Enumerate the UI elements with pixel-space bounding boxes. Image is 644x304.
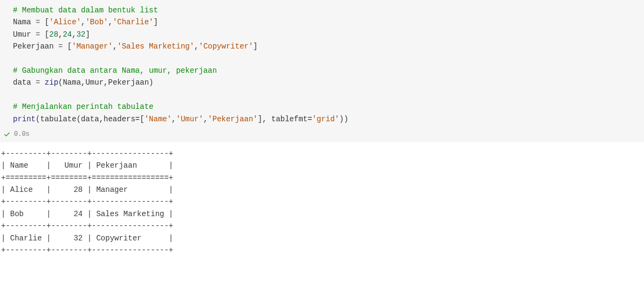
- bracket-open: [: [45, 18, 49, 26]
- output-line: | Name | Umur | Pekerjaan |: [1, 161, 173, 170]
- string-literal: 'Alice': [49, 18, 81, 26]
- comment-line: # Membuat data dalam bentuk list: [13, 6, 158, 15]
- arg: Pekerjaan: [108, 78, 149, 87]
- number-literal: 32: [77, 30, 86, 39]
- string-literal: 'Pekerjaan': [208, 115, 257, 123]
- number-literal: 28: [49, 30, 58, 39]
- string-literal: 'Copywriter': [199, 42, 254, 51]
- fn-tabulate: tabulate: [40, 115, 76, 123]
- equals-op: =: [36, 18, 40, 26]
- var-umur: Umur: [13, 30, 31, 39]
- output-line: | Charlie | 32 | Copywriter |: [1, 234, 173, 243]
- string-literal: 'Charlie': [113, 18, 154, 26]
- comma: ,: [194, 42, 198, 51]
- builtin-print: print: [13, 115, 36, 123]
- string-literal: 'Name': [145, 115, 172, 123]
- equals-op: =: [36, 30, 40, 39]
- string-literal: 'grid': [312, 115, 339, 123]
- output-line: +---------+--------+-----------------+: [1, 246, 173, 254]
- bracket-open: [: [67, 42, 72, 51]
- bracket-close: ]: [258, 115, 262, 123]
- output-line: +---------+--------+-----------------+: [1, 222, 173, 230]
- execution-status: 0.0s: [0, 128, 644, 142]
- paren-open: (: [77, 115, 81, 123]
- check-icon: [3, 130, 11, 138]
- paren-close: ): [149, 78, 153, 87]
- code-cell-input[interactable]: # Membuat data dalam bentuk list Nama = …: [0, 0, 644, 128]
- output-line: +---------+--------+-----------------+: [1, 149, 173, 158]
- output-line: | Bob | 24 | Sales Marketing |: [1, 210, 173, 218]
- code-cell-output: +---------+--------+-----------------+ |…: [0, 142, 644, 260]
- string-literal: 'Sales Marketing': [117, 42, 194, 51]
- bracket-open: [: [45, 30, 49, 39]
- comma: ,: [172, 115, 176, 123]
- string-literal: 'Manager': [72, 42, 113, 51]
- bracket-close: ]: [253, 42, 257, 51]
- comma: ,: [262, 115, 266, 123]
- comment-line: # Menjalankan perintah tabulate: [13, 102, 153, 111]
- builtin-zip: zip: [45, 78, 58, 87]
- output-line: +---------+--------+-----------------+: [1, 197, 173, 206]
- arg: data: [81, 115, 99, 123]
- execution-time: 0.0s: [14, 130, 30, 138]
- kwarg-headers: headers=: [104, 115, 140, 123]
- var-nama: Nama: [13, 18, 31, 26]
- number-literal: 24: [63, 30, 72, 39]
- kwarg-tablefmt: tablefmt=: [267, 115, 312, 123]
- arg: Umur: [85, 78, 104, 87]
- string-literal: 'Bob': [85, 18, 108, 26]
- equals-op: =: [36, 78, 40, 87]
- comma: ,: [99, 115, 104, 123]
- comma: ,: [108, 18, 112, 26]
- bracket-close: ]: [85, 30, 90, 39]
- output-line: +=========+========+=================+: [1, 174, 173, 182]
- output-line: | Alice | 28 | Manager |: [1, 185, 173, 194]
- bracket-open: [: [140, 115, 144, 123]
- comma: ,: [72, 30, 76, 39]
- equals-op: =: [58, 42, 63, 51]
- string-literal: 'Umur': [176, 115, 203, 123]
- var-pekerjaan: Pekerjaan: [13, 42, 54, 51]
- comment-line: # Gabungkan data antara Nama, umur, peke…: [13, 66, 217, 75]
- var-data: data: [13, 78, 31, 87]
- paren-close: ): [344, 115, 348, 123]
- arg: Nama: [63, 78, 81, 87]
- bracket-close: ]: [154, 18, 158, 26]
